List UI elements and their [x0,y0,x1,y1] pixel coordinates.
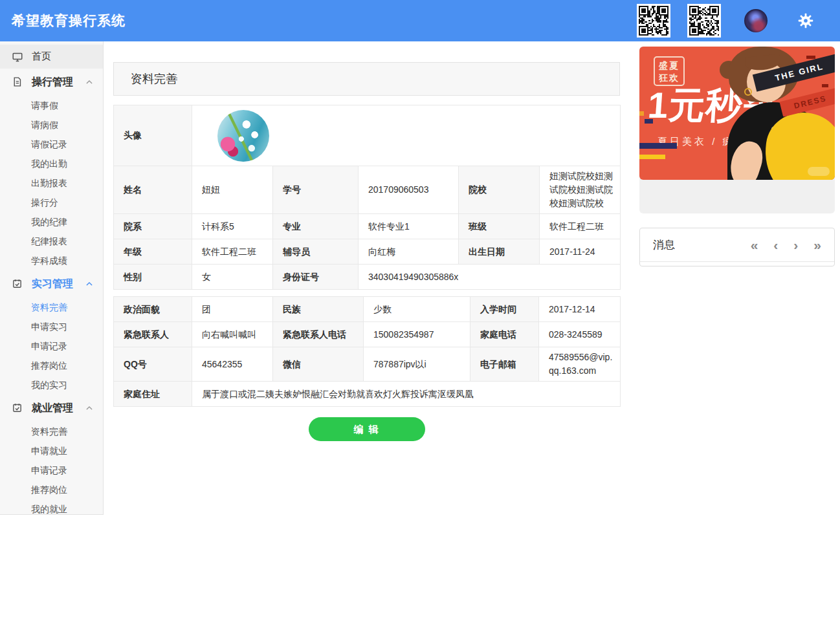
chevron-up-icon [85,279,94,288]
user-avatar[interactable] [744,9,768,32]
field-label: 紧急联系人电话 [273,322,364,347]
sidebar-item-label: 资料完善 [31,426,67,437]
sidebar-item-label: 我的出勤 [31,158,67,169]
sidebar-item-apply-internship[interactable]: 申请实习 [0,317,103,336]
field-label: 辅导员 [273,239,359,265]
profile-tables: 头像姓名妞妞学号201709060503院校妞测试院校妞测试院校妞测试院校妞测试… [113,105,620,407]
sidebar-item-label: 我的实习 [31,380,67,390]
field-label: 年级 [114,239,192,265]
sidebar-item-label: 资料完善 [31,302,67,312]
sidebar-item-my-employment[interactable]: 我的就业 [0,499,103,519]
field-value: 34030419490305886x [359,265,621,290]
first-page-icon[interactable]: « [751,238,758,252]
right-panel: 盛夏狂欢 1元秒杀 夏日美衣 / 疯抢ing THE GIRL DRESS 消息 [639,47,835,266]
calendar-check-icon [12,402,23,414]
field-label: 院校 [459,166,540,214]
sidebar-item-employment-management[interactable]: 就业管理 [0,395,103,422]
sidebar-item-attendance-report[interactable]: 出勤报表 [0,173,103,193]
field-label: 头像 [114,105,192,166]
sidebar-item-label: 出勤报表 [31,178,67,188]
field-value: 向右喊叫喊叫 [192,322,273,347]
field-label: 班级 [459,214,540,239]
field-value: 2017-12-14 [539,297,621,322]
sidebar-item-label: 实习管理 [32,277,73,291]
field-value: 少数 [364,297,470,322]
sidebar-item-conduct-management[interactable]: 操行管理 [0,69,103,96]
sidebar-item-sick-leave[interactable]: 请病假 [0,115,103,135]
field-value: 软件专业1 [359,214,459,239]
sidebar-item-my-discipline[interactable]: 我的纪律 [0,212,103,232]
sidebar-item-internship-profile-completion[interactable]: 资料完善 [0,298,103,317]
profile-info-table: 政治面貌团民族少数入学时间2017-12-14紧急联系人向右喊叫喊叫紧急联系人电… [113,296,621,407]
field-value: 女 [192,265,273,290]
sidebar-item-label: 学科成绩 [31,255,67,266]
sidebar-item-label: 我的就业 [31,504,67,514]
field-label: 学号 [273,166,359,214]
field-value: 团 [192,297,273,322]
settings-gear-icon[interactable] [797,12,814,29]
page-title: 资料完善 [113,62,620,96]
sidebar-item-label: 首页 [32,50,51,63]
chevron-up-icon [85,78,94,87]
sidebar-item-internship-management[interactable]: 实习管理 [0,270,103,298]
sidebar-item-discipline-report[interactable]: 纪律报表 [0,232,103,251]
sidebar-item-label: 纪律报表 [31,236,67,246]
sidebar-item-label: 就业管理 [32,402,73,415]
sidebar-item-internship-recommended-positions[interactable]: 推荐岗位 [0,356,103,375]
promo-card: 盛夏狂欢 1元秒杀 夏日美衣 / 疯抢ing THE GIRL DRESS [639,47,835,213]
sidebar-item-leave-records[interactable]: 请假记录 [0,135,103,154]
field-value: 201709060503 [359,166,459,214]
sidebar-item-apply-employment[interactable]: 申请就业 [0,441,103,461]
edit-button[interactable]: 编 辑 [309,417,425,441]
field-value: 妞测试院校妞测试院校妞测试院校妞测试院校 [540,166,621,214]
sidebar-item-label: 请假记录 [31,139,67,149]
photo-watermark [808,167,830,176]
sidebar-item-label: 我的纪律 [31,217,67,227]
field-label: 政治面貌 [114,297,192,322]
last-page-icon[interactable]: » [813,238,821,252]
field-label: 专业 [273,214,359,239]
sidebar-item-label: 请事假 [31,100,58,111]
sidebar-item-employment-profile-completion[interactable]: 资料完善 [0,422,103,441]
header-actions [620,4,840,38]
sidebar-item-label: 推荐岗位 [31,484,67,495]
next-page-icon[interactable]: › [793,238,798,252]
sidebar-item-employment-application-records[interactable]: 申请记录 [0,461,103,480]
promo-banner-image[interactable]: 盛夏狂欢 1元秒杀 夏日美衣 / 疯抢ing THE GIRL DRESS [639,47,835,180]
sidebar-item-subject-grades[interactable]: 学科成绩 [0,251,103,270]
chevron-up-icon [85,404,94,413]
sidebar-nav: 首页操行管理请事假请病假请假记录我的出勤出勤报表操行分我的纪律纪律报表学科成绩实… [0,41,104,515]
messages-title: 消息 [653,237,675,252]
sidebar-item-internship-application-records[interactable]: 申请记录 [0,336,103,356]
field-label: 院系 [114,214,192,239]
field-value: 45642355 [192,347,273,382]
monitor-icon [12,51,23,63]
sidebar-item-my-attendance[interactable]: 我的出勤 [0,154,103,173]
app-header: 希望教育操行系统 [0,0,840,41]
field-value: 软件工程二班 [540,214,621,239]
field-value: 2017-11-24 [540,239,621,265]
sidebar-item-personal-leave[interactable]: 请事假 [0,96,103,115]
prev-page-icon[interactable]: ‹ [773,238,778,252]
main-content: 资料完善 头像姓名妞妞学号201709060503院校妞测试院校妞测试院校妞测试… [104,41,639,441]
field-value: 787887ipv以i [364,347,470,382]
sidebar-item-employment-recommended-positions[interactable]: 推荐岗位 [0,480,103,499]
messages-pagination: «‹›» [735,238,821,252]
profile-info-table: 头像姓名妞妞学号201709060503院校妞测试院校妞测试院校妞测试院校妞测试… [113,105,621,290]
qr-code-1 [637,4,670,38]
field-label: 性别 [114,265,192,290]
sidebar-item-conduct-score[interactable]: 操行分 [0,193,103,212]
sidebar-item-my-internship[interactable]: 我的实习 [0,375,103,395]
app-title: 希望教育操行系统 [12,12,126,30]
field-label: 姓名 [114,166,192,214]
messages-panel: 消息 «‹›» [639,228,835,266]
sidebar-item-label: 申请就业 [31,446,67,456]
sidebar-item-home[interactable]: 首页 [0,45,103,69]
field-value: 47589556@vip.qq.163.com [539,347,621,382]
field-label: 紧急联系人 [114,322,192,347]
profile-avatar-image [217,110,269,162]
document-icon [12,76,23,88]
sidebar-item-label: 申请记录 [31,341,67,351]
sidebar-item-label: 请病假 [31,120,58,130]
field-value: 软件工程二班 [192,239,273,265]
